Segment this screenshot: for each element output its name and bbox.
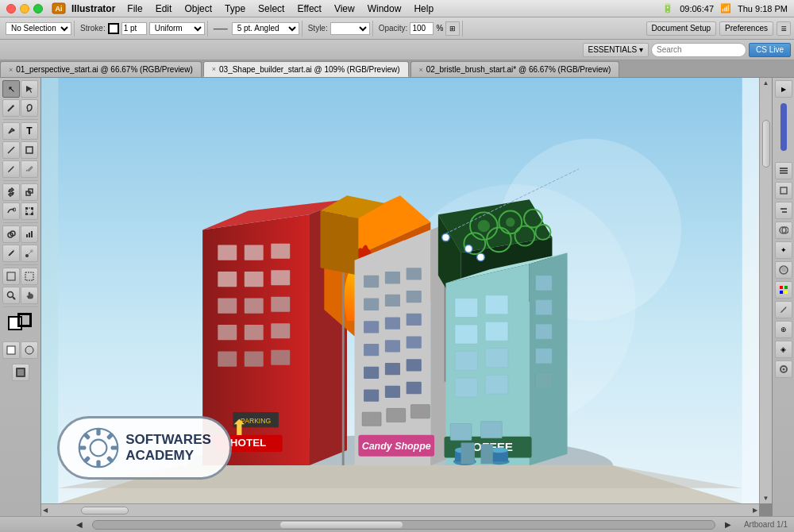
svg-rect-127 (535, 299, 552, 314)
stroke-width-input[interactable] (121, 22, 147, 35)
status-scrollbar[interactable] (92, 520, 715, 530)
svg-rect-44 (245, 245, 264, 260)
menu-edit[interactable]: Edit (150, 2, 178, 16)
stroke-type-dropdown[interactable]: Uniform (149, 22, 205, 35)
selection-tool[interactable]: ↖ (2, 80, 20, 98)
tab-bristle-brush[interactable]: × 02_bristle_brush_start.ai* @ 66.67% (R… (410, 61, 620, 77)
svg-rect-28 (25, 272, 33, 280)
svg-rect-150 (111, 445, 118, 449)
tab-perspective[interactable]: × 01_perspective_start.ai @ 66.67% (RGB/… (0, 61, 202, 77)
transform-panel-btn[interactable]: ✦ (775, 241, 792, 259)
svg-rect-158 (781, 187, 787, 194)
artboard-tool[interactable] (21, 268, 38, 285)
normal-mode-btn[interactable] (2, 341, 20, 359)
essentials-button[interactable]: ESSENTIALS ▾ (583, 43, 649, 57)
scroll-down-arrow[interactable]: ▼ (761, 493, 771, 503)
vertical-scroll-thumb[interactable] (762, 120, 770, 168)
style-dropdown[interactable] (330, 22, 370, 35)
close-button[interactable] (6, 4, 16, 13)
pen-tool[interactable] (2, 122, 20, 140)
color-panel-btn[interactable] (775, 261, 792, 279)
menu-effect[interactable]: Effect (291, 2, 326, 16)
eyedropper-tool[interactable] (2, 245, 20, 262)
panel-arrow-btn[interactable]: ▶ (775, 80, 792, 98)
maximize-button[interactable] (33, 4, 43, 13)
align-panel-btn[interactable] (775, 202, 792, 219)
status-arrow-left[interactable]: ◀ (76, 520, 83, 529)
column-graph-tool[interactable] (2, 268, 20, 285)
cs-live-button[interactable]: CS Live (749, 43, 791, 57)
pathfinder-panel-btn[interactable] (775, 222, 792, 239)
rectangle-tool[interactable] (21, 141, 38, 159)
svg-rect-157 (780, 172, 788, 174)
svg-rect-55 (218, 352, 237, 367)
svg-rect-97 (410, 405, 430, 418)
zoom-tool[interactable] (2, 287, 20, 304)
appearance-btn[interactable] (775, 360, 792, 378)
menu-type[interactable]: Type (219, 2, 251, 16)
selection-dropdown[interactable]: No Selection (6, 22, 71, 35)
svg-rect-53 (245, 325, 264, 340)
tab-close-0[interactable]: × (9, 66, 13, 74)
clock-display: Thu 9:18 PM (738, 4, 788, 13)
shape-builder-tool[interactable] (2, 226, 20, 243)
tool-row-1: ↖ (2, 80, 38, 98)
vertical-scrollbar[interactable]: ▲ ▼ (759, 78, 772, 503)
brush-dropdown[interactable]: 5 pt. Angled (232, 22, 299, 35)
stroke-color[interactable] (108, 23, 119, 34)
graph-tool[interactable] (21, 226, 38, 243)
stroke-color-swatch[interactable] (17, 313, 32, 327)
paintbrush-tool[interactable] (2, 160, 20, 178)
search-input[interactable] (651, 43, 746, 57)
line-tool[interactable] (2, 141, 20, 159)
scroll-right-arrow[interactable]: ▶ (751, 505, 759, 515)
tab-close-2[interactable]: × (419, 66, 423, 74)
screen-mode-icon[interactable] (12, 364, 29, 381)
menu-window[interactable]: Window (362, 2, 407, 16)
layers-panel-btn[interactable] (775, 162, 792, 179)
menu-object[interactable]: Object (179, 2, 218, 16)
graphic-styles-btn[interactable]: ◈ (775, 341, 792, 358)
brushes-panel-btn[interactable] (775, 301, 792, 318)
menu-select[interactable]: Select (252, 2, 290, 16)
preferences-button[interactable]: Preferences (719, 21, 773, 36)
draw-mode-btn[interactable] (21, 341, 38, 359)
direct-selection-tool[interactable] (21, 80, 38, 98)
panel-toggle-btn[interactable]: ≡ (777, 21, 791, 36)
free-transform-tool[interactable] (21, 202, 38, 220)
opacity-input[interactable] (410, 22, 434, 35)
svg-rect-165 (784, 286, 788, 289)
symbols-panel-btn[interactable]: ⊕ (775, 321, 792, 338)
artboards-panel-btn[interactable] (775, 182, 792, 199)
magic-wand-tool[interactable] (2, 99, 20, 117)
hand-tool[interactable] (21, 287, 38, 304)
scale-tool[interactable] (21, 183, 38, 201)
menu-file[interactable]: File (121, 2, 148, 16)
svg-rect-47 (245, 272, 264, 287)
warp-tool[interactable] (2, 202, 20, 220)
swatches-panel-btn[interactable] (775, 281, 792, 299)
screen-mode-btn[interactable] (12, 364, 29, 381)
status-scroll-thumb[interactable] (279, 521, 404, 529)
svg-rect-124 (455, 378, 478, 397)
tab-close-1[interactable]: × (212, 65, 216, 73)
horizontal-scrollbar[interactable]: ◀ ▶ (41, 503, 759, 516)
horizontal-scroll-thumb[interactable] (81, 507, 129, 515)
pencil-tool[interactable] (21, 160, 38, 178)
type-tool[interactable]: T (21, 122, 38, 140)
minimize-button[interactable] (20, 4, 29, 13)
scroll-up-arrow[interactable]: ▲ (761, 78, 771, 88)
rotate-tool[interactable] (2, 183, 20, 201)
blend-tool[interactable] (21, 245, 38, 262)
opacity-options-btn[interactable]: ⊞ (445, 21, 460, 36)
tab-shape-builder[interactable]: × 03_Shape_builder_start.ai @ 109% (RGB/… (203, 61, 409, 77)
lasso-tool[interactable] (21, 99, 38, 117)
svg-rect-139 (450, 424, 472, 441)
menu-help[interactable]: Help (408, 2, 439, 16)
menu-view[interactable]: View (329, 2, 360, 16)
document-setup-button[interactable]: Document Setup (646, 21, 717, 36)
status-arrow-right[interactable]: ▶ (725, 520, 731, 529)
scroll-left-arrow[interactable]: ◀ (41, 505, 49, 515)
document-canvas[interactable]: HOTEL PARKING ⬆ (41, 78, 759, 503)
svg-rect-54 (271, 323, 290, 338)
